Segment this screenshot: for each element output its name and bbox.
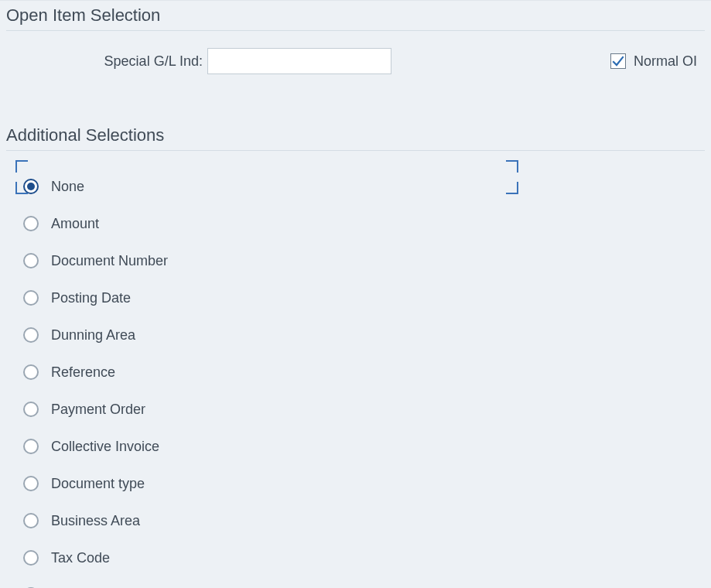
radio-row: Tax Code [23, 539, 705, 576]
radio-label: Business Area [51, 513, 140, 529]
radio-row: Reference [23, 354, 705, 391]
radio-label: Tax Code [51, 550, 110, 566]
radio-row: Dunning Area [23, 316, 705, 354]
open-item-selection-row: Special G/L Ind: Normal OI [6, 31, 705, 79]
normal-oi-checkbox[interactable] [610, 53, 626, 69]
radio-label: Reference [51, 364, 115, 381]
additional-selections-title: Additional Selections [6, 124, 705, 150]
radio-label: Dunning Area [51, 327, 135, 344]
open-item-selection-title: Open Item Selection [6, 4, 705, 30]
radio-row: None [23, 168, 705, 205]
radio-row: Document type [23, 465, 705, 502]
radio-button[interactable] [23, 179, 39, 194]
normal-oi-label: Normal OI [634, 53, 697, 70]
special-gl-ind-label: Special G/L Ind: [6, 53, 207, 70]
radio-label: None [51, 179, 84, 195]
radio-button[interactable] [23, 290, 39, 306]
radio-label: Posting Date [51, 290, 131, 306]
normal-oi-wrap: Normal OI [610, 53, 705, 70]
radio-button[interactable] [23, 253, 39, 268]
radio-label: Amount [51, 216, 99, 232]
open-item-selection-section: Open Item Selection Special G/L Ind: Nor… [6, 4, 705, 79]
radio-button[interactable] [23, 364, 39, 380]
radio-button[interactable] [23, 216, 39, 231]
radio-button[interactable] [23, 439, 39, 454]
radio-label: Document Number [51, 253, 168, 269]
radio-row: Posting Date [23, 279, 705, 316]
radio-button[interactable] [23, 513, 39, 528]
radio-row: Business Area [23, 502, 705, 539]
radio-row: Collective Invoice [23, 428, 705, 465]
radio-row: Others [23, 576, 705, 588]
additional-selections-section: Additional Selections NoneAmountDocument… [6, 124, 705, 588]
radio-button[interactable] [23, 476, 39, 491]
radio-label: Payment Order [51, 402, 145, 418]
additional-selections-radio-group: NoneAmountDocument NumberPosting DateDun… [6, 151, 705, 588]
special-gl-ind-input[interactable] [207, 48, 391, 74]
radio-button[interactable] [23, 327, 39, 343]
radio-row: Payment Order [23, 391, 705, 428]
radio-row: Amount [23, 205, 705, 242]
radio-row: Document Number [23, 242, 705, 279]
radio-label: Document type [51, 476, 145, 492]
radio-button[interactable] [23, 550, 39, 566]
radio-button[interactable] [23, 402, 39, 417]
checkmark-icon [612, 55, 624, 67]
radio-label: Collective Invoice [51, 439, 159, 455]
page-root: Open Item Selection Special G/L Ind: Nor… [0, 0, 711, 588]
